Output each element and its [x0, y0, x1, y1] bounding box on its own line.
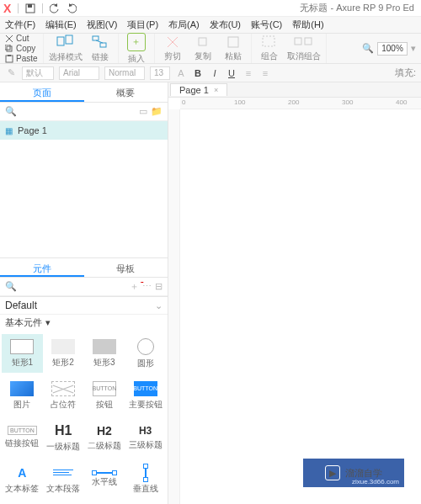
add-page-icon[interactable]: ▭	[139, 106, 147, 117]
zoom-input[interactable]	[377, 42, 408, 56]
chevron-down-icon: ⌄	[155, 300, 163, 311]
underline-icon[interactable]: U	[226, 68, 237, 78]
widget-placeholder[interactable]: 占位符	[43, 376, 84, 415]
widget-text-label[interactable]: A文本标签	[2, 460, 43, 499]
rb-paste[interactable]: 粘贴	[221, 35, 246, 62]
select-mode-button[interactable]: 选择模式	[49, 34, 83, 63]
svg-rect-13	[295, 38, 301, 45]
menu-arrange[interactable]: 布局(A)	[163, 19, 205, 31]
zoom-chevron-icon[interactable]: ▾	[411, 43, 416, 54]
widget-circle[interactable]: 圆形	[125, 334, 166, 373]
page-row-page1[interactable]: ▦ Page 1	[0, 121, 168, 140]
font-select[interactable]: Arial	[59, 66, 99, 80]
italic-icon[interactable]: I	[209, 68, 221, 78]
format-bar: ✎ 默认 Arial Normal 13 A B I U ≡ ≡ 填充:	[0, 64, 421, 82]
svg-rect-10	[199, 38, 206, 45]
group-button[interactable]: 组合	[257, 35, 282, 62]
cut-button[interactable]: Cut	[5, 34, 38, 44]
fontsize-input[interactable]: 13	[150, 66, 170, 80]
widgets-search-row: 🔍 ＋ ⋯ ⊟	[0, 278, 168, 296]
add-folder-icon[interactable]: 📁	[151, 106, 163, 117]
save-icon[interactable]	[24, 2, 37, 15]
svg-rect-4	[6, 56, 13, 62]
mode-group: 选择模式 链接	[44, 34, 119, 63]
style-default[interactable]: 默认	[22, 66, 54, 80]
svg-rect-6	[57, 37, 64, 45]
ruler-vertical	[168, 109, 180, 504]
elements-panel-tabs: 元件 母板	[0, 257, 168, 278]
menu-publish[interactable]: 发布(U)	[205, 19, 246, 31]
left-sidebar: 页面 概要 🔍 ▭ 📁 ▦ Page 1 元件 母板 🔍 ＋ ⋯ ⊟ Defau…	[0, 82, 168, 504]
ungroup-button[interactable]: 取消组合	[287, 35, 321, 62]
widget-rect3[interactable]: 矩形3	[84, 334, 125, 373]
chevron-down-icon: ▾	[45, 317, 51, 328]
redo-icon[interactable]	[65, 2, 78, 15]
insert-button[interactable]: ＋ 插入	[124, 33, 149, 65]
menu-account[interactable]: 账号(C)	[246, 19, 287, 31]
pages-search-row: 🔍 ▭ 📁	[0, 103, 168, 121]
widget-vline[interactable]: 垂直线	[125, 460, 166, 499]
svg-rect-2	[7, 46, 12, 51]
group-group: 组合 取消组合	[252, 34, 327, 63]
menu-view[interactable]: 视图(V)	[82, 19, 123, 31]
paste-button[interactable]: Paste	[5, 54, 38, 64]
widget-link-button[interactable]: BUTTON链接按钮	[2, 418, 43, 457]
color-icon[interactable]: A	[175, 68, 187, 78]
widget-hline[interactable]: 水平线	[84, 460, 125, 499]
menubar: 文件(F) 编辑(E) 视图(V) 项目(P) 布局(A) 发布(U) 账号(C…	[0, 17, 421, 34]
ruler-horizontal: 0 100 200 300 400	[180, 98, 421, 109]
widget-h3[interactable]: H3三级标题	[125, 418, 166, 457]
search-icon[interactable]: 🔍	[362, 43, 374, 54]
widgets-search-icon[interactable]: 🔍	[5, 281, 17, 292]
page-label: Page 1	[18, 125, 47, 135]
svg-rect-9	[100, 43, 106, 47]
rb-copy[interactable]: 复制	[190, 35, 216, 62]
widget-text-paragraph[interactable]: 文本段落	[43, 460, 84, 499]
svg-rect-7	[66, 35, 72, 44]
menu-help[interactable]: 帮助(H)	[287, 19, 328, 31]
tab-pages[interactable]: 页面	[0, 82, 84, 102]
close-icon[interactable]: ×	[214, 86, 218, 94]
rb-cut[interactable]: 剪切	[160, 35, 185, 62]
app-logo: X	[3, 2, 11, 15]
add-lib-icon[interactable]: ＋	[130, 280, 139, 293]
widget-image[interactable]: 图片	[2, 376, 43, 415]
pages-search-icon[interactable]: 🔍	[5, 106, 17, 117]
menu-edit[interactable]: 编辑(E)	[40, 19, 82, 31]
insert-group: ＋ 插入	[119, 34, 155, 63]
undo-icon[interactable]	[48, 2, 61, 15]
copy-button[interactable]: Copy	[5, 44, 38, 54]
fontstyle-select[interactable]: Normal	[104, 66, 145, 80]
widget-rect2[interactable]: 矩形2	[43, 334, 84, 373]
library-section[interactable]: 基本元件▾	[0, 315, 168, 331]
bold-icon[interactable]: B	[192, 68, 204, 78]
edit-group: 剪切 复制 粘贴	[155, 34, 252, 63]
lib-options-icon[interactable]: ⊟	[155, 281, 163, 292]
menu-project[interactable]: 项目(P)	[122, 19, 163, 31]
window-title: 无标题 - Axure RP 9 Pro Ed	[80, 2, 418, 14]
tab-widgets[interactable]: 元件	[0, 258, 84, 277]
link-mode-button[interactable]: 链接	[88, 34, 113, 63]
canvas[interactable]: Page 1 × 0 100 200 300 400	[168, 82, 421, 504]
widget-h2[interactable]: H2二级标题	[84, 418, 125, 457]
eyedropper-icon[interactable]: ✎	[5, 67, 17, 78]
fill-label[interactable]: 填充:	[395, 66, 416, 79]
library-select[interactable]: Default⌄	[0, 296, 168, 315]
canvas-tabs: Page 1 ×	[168, 82, 421, 98]
zoom-control: 🔍 ▾	[357, 34, 421, 63]
align-icon[interactable]: ≡	[259, 68, 271, 78]
tab-outline[interactable]: 概要	[84, 82, 168, 102]
clipboard-group: Cut Copy Paste	[0, 34, 44, 63]
svg-rect-8	[93, 36, 99, 40]
lib-menu-icon[interactable]: ⋯	[142, 281, 152, 292]
bullets-icon[interactable]: ≡	[242, 68, 254, 78]
widget-primary-button[interactable]: BUTTON主要按钮	[125, 376, 166, 415]
pages-panel-tabs: 页面 概要	[0, 82, 168, 103]
tab-masters[interactable]: 母板	[84, 258, 168, 277]
menu-file[interactable]: 文件(F)	[0, 19, 40, 31]
svg-rect-1	[28, 4, 32, 8]
widget-button[interactable]: BUTTON按钮	[84, 376, 125, 415]
canvas-tab-page1[interactable]: Page 1 ×	[170, 83, 227, 96]
widget-rect1[interactable]: 矩形1	[2, 334, 43, 373]
widget-h1[interactable]: H1一级标题	[43, 418, 84, 457]
